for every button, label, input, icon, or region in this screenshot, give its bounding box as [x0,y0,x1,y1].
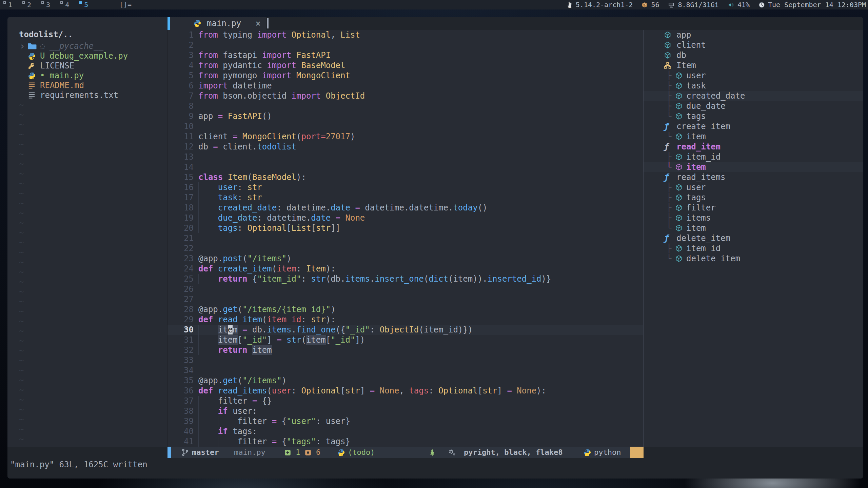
outline-item-client[interactable]: client [644,40,863,50]
outline-item-db[interactable]: db [644,50,863,60]
code-line-38[interactable]: 38 if user: [167,406,643,416]
code-line-34[interactable]: 34 [167,365,643,375]
empty-line-tilde: ~ [19,169,24,179]
file-tree-panel[interactable]: todolist/.. ›◌__pycache__Udebug_example.… [7,17,167,447]
code-line-3[interactable]: 3from fastapi import FastAPI [167,50,643,60]
outline-item-filter[interactable]: ├filter [644,203,863,213]
outline-item-item[interactable]: └item [644,131,863,142]
function-icon: ƒ [664,142,669,152]
code-line-27[interactable]: 27 [167,294,643,304]
tree-item-requirements.txt[interactable]: requirements.txt [7,90,167,100]
outline-item-due_date[interactable]: ├due_date [644,101,863,111]
code-line-36[interactable]: 36def read_items(user: Optional[str] = N… [167,386,643,396]
workspace-4[interactable]: 4 [60,0,69,9]
outline-item-tags[interactable]: ├tags [644,192,863,203]
code-line-1[interactable]: 1from typing import Optional, List [167,30,643,40]
code-line-13[interactable]: 13 [167,152,643,162]
tree-item-debug_example.py[interactable]: Udebug_example.py [7,51,167,61]
empty-line-tilde: ~ [19,130,24,140]
outline-item-delete_item[interactable]: ƒdelete_item [644,233,863,243]
workspace-2[interactable]: 2 [22,0,31,9]
outline-label: due_date [686,101,726,111]
tree-item-README.md[interactable]: README.md [7,81,167,90]
code-line-37[interactable]: 37 filter = {} [167,396,643,406]
code-line-40[interactable]: 40 if tags: [167,426,643,436]
line-number: 30 [167,325,194,335]
code-line-18[interactable]: 18 created_date: datetime.date = datetim… [167,203,643,213]
outline-item-task[interactable]: ├task [644,81,863,91]
tab-main-py[interactable]: main.py × [170,17,266,30]
code-line-16[interactable]: 16 user: str [167,182,643,192]
code-line-4[interactable]: 4from pydantic import BaseModel [167,60,643,70]
outline-label: item_id [686,152,721,162]
workspace-1[interactable]: 1 [3,0,12,9]
outline-item-app[interactable]: app [644,30,863,40]
code-line-32[interactable]: 32 return item [167,345,643,355]
outline-item-create_item[interactable]: ƒcreate_item [644,121,863,131]
empty-line-tilde: ~ [19,189,24,199]
code-line-30[interactable]: 30 item = db.items.find_one({"_id": Obje… [167,325,643,335]
tab-label: main.py [207,19,241,28]
code-line-2[interactable]: 2 [167,40,643,50]
code-line-19[interactable]: 19 due_date: datetime.date = None [167,213,643,223]
code-line-28[interactable]: 28@app.get("/items/{item_id}") [167,304,643,314]
empty-line-tilde: ~ [19,267,24,277]
outline-item-user[interactable]: ├user [644,182,863,192]
code-line-17[interactable]: 17 task: str [167,192,643,203]
code-line-9[interactable]: 9app = FastAPI() [167,111,643,121]
outline-item-item_id[interactable]: ├item_id [644,243,863,253]
terminal-window: todolist/.. ›◌__pycache__Udebug_example.… [7,17,863,479]
outline-item-item_id[interactable]: ├item_id [644,152,863,162]
code-line-5[interactable]: 5from pymongo import MongoClient [167,70,643,81]
tree-guide: └ [667,223,671,233]
outline-item-read_items[interactable]: ƒread_items [644,172,863,182]
outline-label: read_item [676,142,721,152]
code-line-23[interactable]: 23@app.post("/items") [167,253,643,264]
outline-item-delete_item[interactable]: └delete_item [644,253,863,264]
code-line-14[interactable]: 14 [167,162,643,172]
outline-item-created_date[interactable]: ├created_date [644,91,863,101]
code-line-22[interactable]: 22 [167,243,643,253]
code-line-6[interactable]: 6import datetime [167,81,643,91]
outline-item-items[interactable]: ├items [644,213,863,223]
code-line-29[interactable]: 29def read_item(item_id: str): [167,314,643,325]
code-line-25[interactable]: 25 return {"item_id": str(db.items.inser… [167,274,643,284]
code-line-11[interactable]: 11client = MongoClient(port=27017) [167,131,643,142]
code-line-35[interactable]: 35@app.get("/items") [167,375,643,386]
outline-item-user[interactable]: ├user [644,70,863,81]
code-line-12[interactable]: 12db = client.todolist [167,142,643,152]
workspace-indicator-square [3,1,6,4]
outline-item-tags[interactable]: └tags [644,111,863,121]
outline-item-item[interactable]: └item [644,162,863,172]
code-line-20[interactable]: 20 tags: Optional[List[str]] [167,223,643,233]
code-line-8[interactable]: 8 [167,101,643,111]
code-line-10[interactable]: 10 [167,121,643,131]
variable-cube-icon [675,153,683,161]
code-line-31[interactable]: 31 item["_id"] = str(item["_id"]) [167,335,643,345]
line-number: 3 [167,50,194,60]
code-line-24[interactable]: 24def create_item(item: Item): [167,264,643,274]
code-line-15[interactable]: 15class Item(BaseModel): [167,172,643,182]
line-number: 5 [167,70,194,81]
code-line-41[interactable]: 41 filter = {"tags": tags} [167,436,643,447]
code-line-39[interactable]: 39 filter = {"user": user} [167,416,643,426]
chevron-right-icon[interactable]: › [20,41,25,51]
command-line[interactable]: "main.py" 63L, 1625C written [7,458,863,479]
outline-item-Item[interactable]: Item [644,60,863,70]
tree-item-LICENSE[interactable]: LICENSE [7,61,167,71]
code-line-26[interactable]: 26 [167,284,643,294]
tree-item-main.py[interactable]: •main.py [7,71,167,81]
code-line-21[interactable]: 21 [167,233,643,243]
outline-item-read_item[interactable]: ƒread_item [644,142,863,152]
outline-item-item[interactable]: └item [644,223,863,233]
workspace-3[interactable]: 3 [41,0,50,9]
code-text: from fastapi import FastAPI [198,50,331,60]
tab-close-icon[interactable]: × [255,18,261,28]
tree-item-__pycache__[interactable]: ›◌__pycache__ [7,41,167,51]
symbols-outline-panel[interactable]: appclientdbItem├user├task├created_date├d… [644,30,863,447]
code-line-33[interactable]: 33 [167,355,643,365]
workspace-5[interactable]: 5 [79,0,88,9]
tree-guide: └ [667,253,671,264]
tree-item-label: LICENSE [40,61,74,71]
code-line-7[interactable]: 7from bson.objectid import ObjectId [167,91,643,101]
